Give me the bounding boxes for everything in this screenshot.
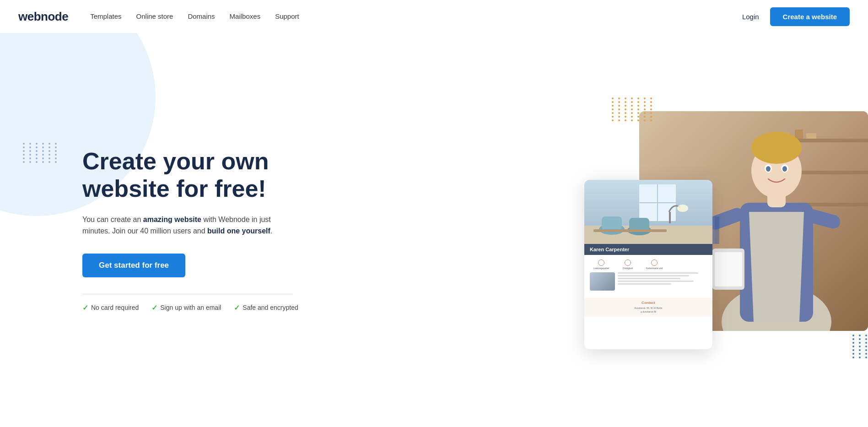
- card-text-lines: [618, 272, 707, 291]
- nav-links: Templates Online store Domains Mailboxes…: [90, 12, 299, 21]
- card-contact-section: Contact Dunckerstr. 56, W 10 Berlin ● du…: [584, 298, 712, 317]
- nav-link-mailboxes[interactable]: Mailboxes: [230, 12, 261, 20]
- nav-link-online-store[interactable]: Online store: [136, 12, 173, 20]
- hero-checks: ✓ No card required ✓ Sign up with an ema…: [82, 303, 311, 312]
- dots-dark-decoration: [23, 143, 59, 179]
- svg-point-16: [766, 166, 771, 172]
- card-icon-text-2: Farbentaste und: [643, 267, 666, 270]
- card-icon-box-0: Leistungspaket: [590, 259, 613, 270]
- check-label-0: No card required: [91, 304, 139, 311]
- nav-right: Login Create a website: [742, 7, 850, 26]
- dots-blue-decoration: [852, 335, 868, 358]
- svg-rect-7: [806, 133, 816, 139]
- card-icon-text-1: Dindigkeit: [616, 267, 639, 270]
- card-interior-svg: [584, 180, 712, 244]
- hero-subtitle: You can create an amazing website with W…: [82, 214, 288, 237]
- card-icon-circle-2: [651, 259, 658, 266]
- card-icon-box-2: Farbentaste und: [643, 259, 666, 270]
- card-top-image: [584, 180, 712, 244]
- card-icon-text-0: Leistungspaket: [590, 267, 613, 270]
- dots-pattern-blue: [852, 335, 868, 358]
- svg-rect-32: [629, 218, 649, 231]
- dots-pattern-orange: [612, 97, 655, 121]
- svg-rect-33: [669, 212, 671, 223]
- hero-images: Karen Carpenter Leistungspaket Dindigkei…: [584, 111, 868, 349]
- svg-point-34: [677, 205, 688, 212]
- card-text-line-3: [618, 278, 680, 279]
- svg-rect-30: [602, 216, 622, 230]
- check-icon-2: ✓: [234, 303, 240, 312]
- subtitle-bold1: amazing website: [143, 216, 201, 223]
- svg-rect-21: [715, 252, 742, 286]
- hero-divider: [82, 294, 293, 294]
- hero-content: Create your own website for free! You ca…: [82, 148, 311, 312]
- card-icon-box-1: Dindigkeit: [616, 259, 639, 270]
- card-person-name: Karen Carpenter: [590, 247, 629, 252]
- svg-rect-23: [712, 216, 715, 244]
- check-item-0: ✓ No card required: [82, 303, 139, 312]
- brand-logo[interactable]: webnode: [18, 10, 68, 24]
- svg-point-17: [782, 166, 787, 172]
- create-website-button[interactable]: Create a website: [770, 7, 850, 26]
- navbar: webnode Templates Online store Domains M…: [0, 0, 868, 33]
- check-item-1: ✓ Sign up with an email: [151, 303, 221, 312]
- dots-pattern-dark: [23, 143, 59, 163]
- svg-point-13: [765, 132, 793, 150]
- card-contact-line-2: ● dunckerstr.56: [590, 310, 707, 313]
- card-text-line-1: [618, 272, 698, 274]
- card-text-line-4: [618, 281, 694, 282]
- card-name-bar: Karen Carpenter: [584, 244, 712, 255]
- check-label-2: Safe and encrypted: [243, 304, 298, 311]
- card-icon-circle-0: [598, 259, 604, 266]
- hero-section: Create your own website for free! You ca…: [0, 33, 868, 427]
- dots-orange-decoration: [612, 97, 655, 121]
- hero-title: Create your own website for free!: [82, 148, 311, 203]
- get-started-button[interactable]: Get started for free: [82, 254, 185, 277]
- card-contact-label: Contact: [590, 301, 707, 305]
- login-link[interactable]: Login: [742, 13, 759, 21]
- card-photo: [590, 272, 615, 291]
- card-text-line-5: [618, 283, 671, 285]
- svg-rect-6: [795, 130, 803, 139]
- hero-website-card: Karen Carpenter Leistungspaket Dindigkei…: [584, 180, 712, 349]
- card-photo-row: [590, 272, 707, 291]
- card-contact-address: Dunckerstr. 56, W 10 Berlin: [590, 307, 707, 309]
- card-icon-circle-1: [625, 259, 631, 266]
- card-text-line-2: [618, 275, 689, 276]
- card-body: Leistungspaket Dindigkeit Farbentaste un…: [584, 255, 712, 298]
- subtitle-bold2: build one yourself: [207, 227, 270, 235]
- nav-link-domains[interactable]: Domains: [188, 12, 215, 20]
- svg-rect-35: [593, 229, 667, 232]
- subtitle-part1: You can create an: [82, 216, 143, 223]
- card-icons-row: Leistungspaket Dindigkeit Farbentaste un…: [590, 259, 707, 270]
- subtitle-end: .: [270, 227, 272, 235]
- check-icon-0: ✓: [82, 303, 88, 312]
- check-icon-1: ✓: [151, 303, 157, 312]
- check-label-1: Sign up with an email: [160, 304, 221, 311]
- nav-link-templates[interactable]: Templates: [90, 12, 121, 20]
- check-item-2: ✓ Safe and encrypted: [234, 303, 298, 312]
- nav-link-support[interactable]: Support: [275, 12, 299, 20]
